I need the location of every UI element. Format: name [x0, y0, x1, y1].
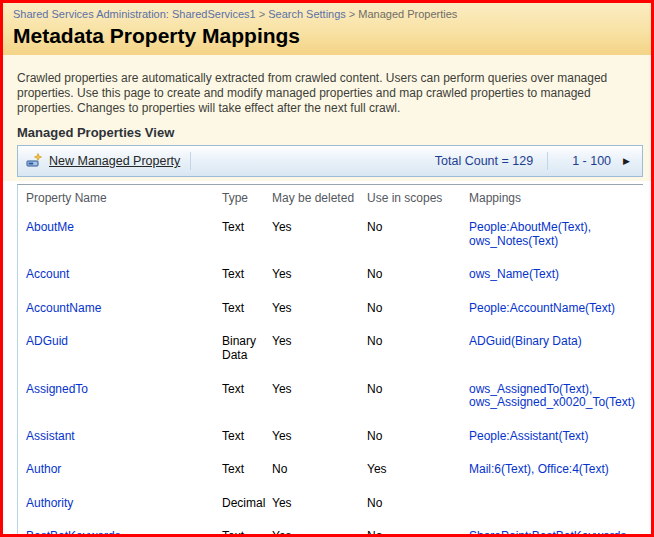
may-be-deleted-cell: Yes — [272, 430, 367, 444]
mappings-cell: People:Assistant(Text) — [469, 430, 643, 444]
mappings-cell: People:AboutMe(Text), ows_Notes(Text) — [469, 221, 643, 248]
table-row: Assistant Text Yes No People:Assistant(T… — [18, 421, 643, 455]
may-be-deleted-cell: Yes — [272, 383, 367, 410]
column-header-mappings: Mappings — [469, 191, 643, 205]
type-cell: Binary Data — [222, 335, 272, 362]
may-be-deleted-cell: Yes — [272, 302, 367, 316]
may-be-deleted-cell: Yes — [272, 497, 367, 511]
may-be-deleted-cell: Yes — [272, 335, 367, 362]
property-name-cell: ADGuid — [26, 335, 222, 362]
toolbar: New Managed Property Total Count = 129 1… — [17, 145, 643, 177]
table-row: Author Text No Yes Mail:6(Text), Office:… — [18, 454, 643, 488]
total-count-label: Total Count = 129 — [435, 154, 533, 168]
property-name-cell: AccountName — [26, 302, 222, 316]
new-managed-property-button[interactable]: New Managed Property — [26, 153, 180, 169]
type-cell: Text — [222, 268, 272, 282]
column-header-property-name: Property Name — [26, 191, 222, 205]
page-description: Crawled properties are automatically ext… — [17, 71, 643, 115]
property-name-cell: BestBetKeywords — [26, 530, 222, 537]
breadcrumb-link-shared-services-admin[interactable]: Shared Services Administration: SharedSe… — [13, 8, 256, 20]
property-name-link[interactable]: AssignedTo — [26, 382, 88, 396]
mappings-cell: ADGuid(Binary Data) — [469, 335, 643, 362]
type-cell: Text — [222, 221, 272, 248]
property-name-link[interactable]: Assistant — [26, 429, 75, 443]
breadcrumb-link-search-settings[interactable]: Search Settings — [268, 8, 346, 20]
table-row: Authority Decimal Yes No — [18, 488, 643, 522]
may-be-deleted-cell: Yes — [272, 530, 367, 537]
type-cell: Text — [222, 530, 272, 537]
use-in-scopes-cell: No — [367, 302, 469, 316]
property-name-link[interactable]: ADGuid — [26, 334, 68, 348]
property-name-cell: AssignedTo — [26, 383, 222, 410]
property-name-cell: Account — [26, 268, 222, 282]
table-row: AboutMe Text Yes No People:AboutMe(Text)… — [18, 212, 643, 259]
may-be-deleted-cell: Yes — [272, 268, 367, 282]
managed-properties-table: Property Name Type May be deleted Use in… — [17, 184, 643, 537]
paging-range-label: 1 - 100 — [572, 154, 611, 168]
property-name-link[interactable]: AboutMe — [26, 220, 74, 234]
table-row: Account Text Yes No ows_Name(Text) — [18, 259, 643, 293]
page-header: Shared Services Administration: SharedSe… — [3, 3, 651, 55]
property-name-cell: Authority — [26, 497, 222, 511]
mappings-cell — [469, 497, 643, 511]
table-header: Property Name Type May be deleted Use in… — [18, 185, 643, 212]
new-managed-property-label: New Managed Property — [49, 154, 180, 168]
property-name-cell: AboutMe — [26, 221, 222, 248]
property-name-link[interactable]: AccountName — [26, 301, 101, 315]
mappings-cell: People:AccountName(Text) — [469, 302, 643, 316]
table-body: AboutMe Text Yes No People:AboutMe(Text)… — [18, 212, 643, 537]
use-in-scopes-cell: No — [367, 530, 469, 537]
use-in-scopes-cell: No — [367, 497, 469, 511]
use-in-scopes-cell: No — [367, 335, 469, 362]
property-name-link[interactable]: Authority — [26, 496, 73, 510]
property-name-cell: Author — [26, 463, 222, 477]
use-in-scopes-cell: No — [367, 430, 469, 444]
type-cell: Text — [222, 383, 272, 410]
use-in-scopes-cell: No — [367, 383, 469, 410]
breadcrumb-separator: > — [349, 8, 355, 20]
next-page-icon[interactable]: ▶ — [623, 157, 630, 166]
property-name-cell: Assistant — [26, 430, 222, 444]
mappings-cell: Mail:6(Text), Office:4(Text) — [469, 463, 643, 477]
column-header-type: Type — [222, 191, 272, 205]
use-in-scopes-cell: No — [367, 268, 469, 282]
mappings-cell: ows_Name(Text) — [469, 268, 643, 282]
property-name-link[interactable]: Author — [26, 462, 61, 476]
section-heading: Managed Properties View — [17, 125, 637, 140]
breadcrumb-current: Managed Properties — [358, 8, 457, 20]
table-row: AssignedTo Text Yes No ows_AssignedTo(Te… — [18, 374, 643, 421]
toolbar-separator — [190, 152, 191, 170]
mappings-cell: SharePoint:BestBetKeywords (Text), Share… — [469, 530, 654, 537]
toolbar-separator — [547, 152, 548, 170]
type-cell: Text — [222, 430, 272, 444]
may-be-deleted-cell: No — [272, 463, 367, 477]
column-header-may-be-deleted: May be deleted — [272, 191, 367, 205]
page: Shared Services Administration: SharedSe… — [0, 0, 654, 537]
type-cell: Decimal — [222, 497, 272, 511]
type-cell: Text — [222, 463, 272, 477]
table-row: ADGuid Binary Data Yes No ADGuid(Binary … — [18, 326, 643, 373]
type-cell: Text — [222, 302, 272, 316]
page-title: Metadata Property Mappings — [13, 24, 651, 48]
may-be-deleted-cell: Yes — [272, 221, 367, 248]
new-property-icon — [26, 153, 42, 169]
table-row: BestBetKeywords Text Yes No SharePoint:B… — [18, 521, 643, 537]
content-area: Crawled properties are automatically ext… — [3, 55, 651, 181]
breadcrumb: Shared Services Administration: SharedSe… — [13, 7, 651, 21]
property-name-link[interactable]: Account — [26, 267, 69, 281]
breadcrumb-separator: > — [259, 8, 265, 20]
table-row: AccountName Text Yes No People:AccountNa… — [18, 293, 643, 327]
use-in-scopes-cell: No — [367, 221, 469, 248]
column-header-use-in-scopes: Use in scopes — [367, 191, 469, 205]
use-in-scopes-cell: Yes — [367, 463, 469, 477]
property-name-link[interactable]: BestBetKeywords — [26, 529, 121, 537]
mappings-cell: ows_AssignedTo(Text), ows_Assigned_x0020… — [469, 383, 643, 410]
